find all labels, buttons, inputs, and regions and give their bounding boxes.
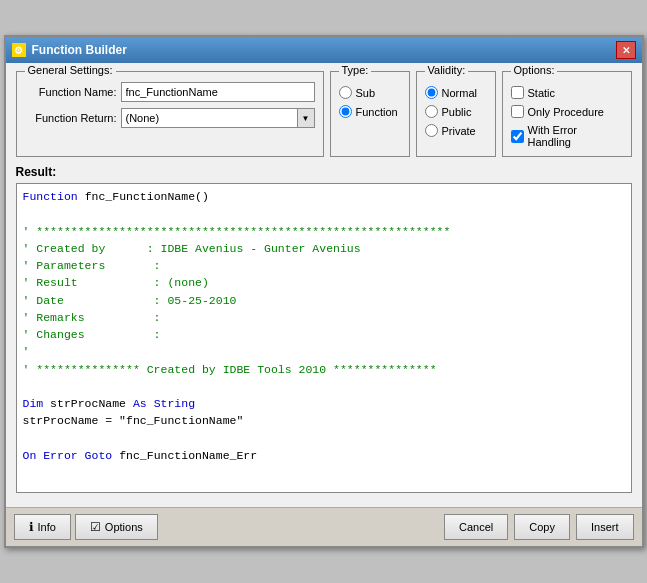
type-function-row: Function <box>339 105 401 118</box>
code-line-6: ' Result : (none) <box>23 274 625 291</box>
result-section: Result: Function fnc_FunctionName() ' **… <box>16 165 632 493</box>
validity-normal-row: Normal <box>425 86 487 99</box>
window-icon: ⚙ <box>12 43 26 57</box>
code-line-blank-4 <box>23 464 625 481</box>
validity-public-radio[interactable] <box>425 105 438 118</box>
code-line-3: ' **************************************… <box>23 223 625 240</box>
options-icon: ☑ <box>90 520 101 534</box>
option-error-handling-label: With Error Handling <box>528 124 623 148</box>
type-group: Type: Sub Function <box>330 71 410 157</box>
insert-label: Insert <box>591 521 619 533</box>
close-button[interactable]: ✕ <box>616 41 636 59</box>
window-title: Function Builder <box>32 43 127 57</box>
options-button[interactable]: ☑ Options <box>75 514 158 540</box>
code-line-5: ' Parameters : <box>23 257 625 274</box>
function-builder-window: ⚙ Function Builder ✕ General Settings: F… <box>4 35 644 548</box>
cancel-button[interactable]: Cancel <box>444 514 508 540</box>
code-line-14: strProcName = "fnc_FunctionName" <box>23 412 625 429</box>
code-line-9: ' Changes : <box>23 326 625 343</box>
options-group: Options: Static Only Procedure With Erro… <box>502 71 632 157</box>
validity-private-row: Private <box>425 124 487 137</box>
insert-button[interactable]: Insert <box>576 514 634 540</box>
code-line-16: On Error Goto fnc_FunctionName_Err <box>23 447 625 464</box>
options-label: Options: <box>511 64 558 76</box>
info-label: Info <box>38 521 56 533</box>
type-sub-row: Sub <box>339 86 401 99</box>
function-name-input[interactable] <box>121 82 315 102</box>
code-line-10: ' <box>23 343 625 360</box>
code-line-7: ' Date : 05-25-2010 <box>23 292 625 309</box>
option-error-handling-checkbox[interactable] <box>511 130 524 143</box>
copy-button[interactable]: Copy <box>514 514 570 540</box>
validity-public-label: Public <box>442 106 472 118</box>
info-icon: ℹ <box>29 520 34 534</box>
validity-private-label: Private <box>442 125 476 137</box>
info-button[interactable]: ℹ Info <box>14 514 71 540</box>
validity-normal-radio[interactable] <box>425 86 438 99</box>
general-settings-label: General Settings: <box>25 64 116 76</box>
code-line-blank-3 <box>23 430 625 447</box>
option-only-procedure-checkbox[interactable] <box>511 105 524 118</box>
function-name-label: Function Name: <box>25 86 117 98</box>
code-line-13: Dim strProcName As String <box>23 395 625 412</box>
copy-label: Copy <box>529 521 555 533</box>
code-area[interactable]: Function fnc_FunctionName() ' **********… <box>16 183 632 493</box>
function-return-row: Function Return: (None) String Integer B… <box>25 108 315 128</box>
code-line-blank-5 <box>23 481 625 493</box>
code-line-1: Function fnc_FunctionName() <box>23 188 625 205</box>
code-line-11: ' *************** Created by IDBE Tools … <box>23 361 625 378</box>
bottom-right-buttons: Cancel Copy Insert <box>444 514 633 540</box>
option-only-procedure-label: Only Procedure <box>528 106 604 118</box>
code-line-blank-1 <box>23 205 625 222</box>
function-return-select[interactable]: (None) String Integer Boolean Long Varia… <box>121 108 315 128</box>
top-section: General Settings: Function Name: Functio… <box>16 71 632 157</box>
option-static-row: Static <box>511 86 623 99</box>
validity-label: Validity: <box>425 64 469 76</box>
options-btn-label: Options <box>105 521 143 533</box>
validity-private-radio[interactable] <box>425 124 438 137</box>
function-name-row: Function Name: <box>25 82 315 102</box>
title-bar: ⚙ Function Builder ✕ <box>6 37 642 63</box>
type-function-label: Function <box>356 106 398 118</box>
option-static-checkbox[interactable] <box>511 86 524 99</box>
type-sub-label: Sub <box>356 87 376 99</box>
code-line-4: ' Created by : IDBE Avenius - Gunter Ave… <box>23 240 625 257</box>
option-error-handling-row: With Error Handling <box>511 124 623 148</box>
option-static-label: Static <box>528 87 556 99</box>
result-label: Result: <box>16 165 632 179</box>
code-line-8: ' Remarks : <box>23 309 625 326</box>
code-line-blank-2 <box>23 378 625 395</box>
bottom-left-buttons: ℹ Info ☑ Options <box>14 514 158 540</box>
option-only-procedure-row: Only Procedure <box>511 105 623 118</box>
type-label: Type: <box>339 64 372 76</box>
function-return-label: Function Return: <box>25 112 117 124</box>
validity-public-row: Public <box>425 105 487 118</box>
general-settings-group: General Settings: Function Name: Functio… <box>16 71 324 157</box>
cancel-label: Cancel <box>459 521 493 533</box>
validity-group: Validity: Normal Public Private <box>416 71 496 157</box>
validity-normal-label: Normal <box>442 87 477 99</box>
type-function-radio[interactable] <box>339 105 352 118</box>
type-sub-radio[interactable] <box>339 86 352 99</box>
bottom-bar: ℹ Info ☑ Options Cancel Copy Insert <box>6 507 642 546</box>
